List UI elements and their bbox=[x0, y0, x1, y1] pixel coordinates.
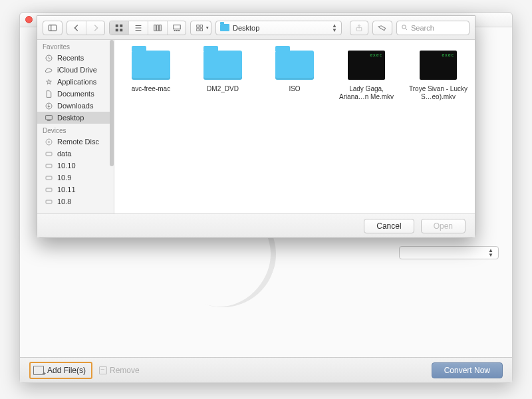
open-file-dialog: ▾ Desktop ▲▼ Search Favorites Recents bbox=[37, 15, 475, 238]
cancel-button[interactable]: Cancel bbox=[364, 219, 414, 233]
add-files-label: Add File(s) bbox=[47, 366, 86, 375]
view-columns-button[interactable] bbox=[148, 21, 168, 35]
file-label: DM2_DVD bbox=[193, 85, 253, 93]
sidebar-item-recents[interactable]: Recents bbox=[37, 52, 114, 64]
close-window-button[interactable] bbox=[25, 16, 33, 23]
sidebar-item-data[interactable]: data bbox=[37, 148, 114, 160]
remove-label: Remove bbox=[110, 366, 140, 375]
svg-rect-35 bbox=[46, 200, 52, 203]
sidebar-item-label: 10.8 bbox=[57, 198, 71, 205]
folder-icon bbox=[132, 51, 170, 80]
svg-rect-33 bbox=[46, 176, 52, 180]
remove-button[interactable]: Remove bbox=[99, 366, 140, 375]
downloads-icon bbox=[44, 102, 53, 110]
document-icon bbox=[44, 90, 53, 98]
svg-rect-4 bbox=[116, 29, 118, 31]
svg-rect-14 bbox=[176, 30, 178, 31]
columns-icon bbox=[153, 23, 162, 33]
sidebar-item-volume-1010[interactable]: 10.10 bbox=[37, 160, 114, 172]
svg-line-23 bbox=[406, 29, 407, 30]
svg-rect-17 bbox=[197, 28, 200, 31]
file-label: Lady Gaga, Ariana…n Me.mkv bbox=[336, 85, 396, 101]
sidebar-item-label: Documents bbox=[57, 90, 94, 98]
open-button[interactable]: Open bbox=[421, 219, 466, 233]
add-file-icon bbox=[33, 366, 44, 375]
svg-point-30 bbox=[48, 141, 49, 142]
sidebar-item-documents[interactable]: Documents bbox=[37, 88, 114, 100]
add-files-button[interactable]: Add File(s) bbox=[29, 362, 92, 379]
sidebar-item-volume-108[interactable]: 10.8 bbox=[37, 196, 114, 207]
tags-button[interactable] bbox=[372, 21, 392, 35]
svg-rect-16 bbox=[197, 25, 200, 27]
sidebar-item-label: iCloud Drive bbox=[57, 66, 97, 74]
file-label: Troye Sivan - Lucky S…eo).mkv bbox=[408, 85, 468, 101]
drive-icon bbox=[44, 162, 53, 170]
video-thumbnail: exec bbox=[420, 51, 457, 80]
file-label: avc-free-mac bbox=[121, 85, 181, 93]
output-format-selector[interactable]: ▲▼ bbox=[399, 246, 499, 259]
grid-icon bbox=[114, 23, 124, 33]
share-button[interactable] bbox=[350, 21, 368, 35]
file-item[interactable]: ISO bbox=[265, 48, 325, 93]
sidebar-item-label: Recents bbox=[57, 54, 84, 62]
drive-icon bbox=[44, 198, 53, 205]
scrollbar[interactable] bbox=[110, 40, 114, 166]
chevron-down-icon: ▾ bbox=[206, 25, 209, 31]
gallery-icon bbox=[172, 23, 182, 33]
sidebar-item-icloud[interactable]: iCloud Drive bbox=[37, 64, 114, 76]
svg-rect-9 bbox=[154, 25, 156, 31]
search-placeholder: Search bbox=[411, 24, 434, 32]
view-list-button[interactable] bbox=[129, 21, 148, 35]
view-mode-segment bbox=[109, 21, 186, 35]
sidebar-toggle-button[interactable] bbox=[43, 21, 63, 35]
svg-rect-2 bbox=[116, 24, 118, 27]
sidebar-icon bbox=[48, 23, 57, 33]
finder-sidebar: Favorites Recents iCloud Drive Applicati… bbox=[37, 40, 114, 213]
forward-button[interactable] bbox=[86, 21, 105, 35]
file-label: ISO bbox=[265, 85, 325, 93]
svg-rect-19 bbox=[200, 28, 203, 31]
svg-rect-3 bbox=[120, 24, 123, 27]
back-button[interactable] bbox=[67, 21, 86, 35]
up-down-icon: ▲▼ bbox=[332, 23, 337, 33]
file-item[interactable]: DM2_DVD bbox=[193, 48, 253, 93]
sidebar-item-desktop[interactable]: Desktop bbox=[37, 112, 114, 124]
sidebar-item-label: 10.11 bbox=[57, 186, 76, 194]
svg-point-29 bbox=[46, 139, 52, 145]
location-label: Desktop bbox=[233, 24, 259, 32]
share-icon bbox=[355, 24, 363, 32]
file-item[interactable]: exec Troye Sivan - Lucky S…eo).mkv bbox=[408, 48, 468, 101]
drive-icon bbox=[44, 174, 53, 182]
svg-rect-0 bbox=[49, 25, 56, 31]
svg-rect-12 bbox=[174, 25, 181, 29]
sidebar-item-label: 10.10 bbox=[57, 162, 76, 170]
list-icon bbox=[134, 23, 143, 33]
group-by-button[interactable]: ▾ bbox=[190, 21, 211, 35]
sidebar-item-label: Remote Disc bbox=[57, 138, 99, 146]
sidebar-item-applications[interactable]: Applications bbox=[37, 76, 114, 88]
file-item[interactable]: exec Lady Gaga, Ariana…n Me.mkv bbox=[336, 48, 396, 101]
sidebar-item-downloads[interactable]: Downloads bbox=[37, 100, 114, 112]
svg-rect-15 bbox=[178, 30, 180, 31]
sidebar-item-remote-disc[interactable]: Remote Disc bbox=[37, 136, 114, 148]
dialog-footer: Cancel Open bbox=[37, 213, 475, 237]
view-gallery-button[interactable] bbox=[168, 21, 186, 35]
svg-rect-13 bbox=[174, 30, 176, 31]
view-icons-button[interactable] bbox=[110, 21, 129, 35]
chevron-left-icon bbox=[72, 23, 81, 33]
svg-rect-31 bbox=[46, 152, 52, 156]
svg-rect-5 bbox=[120, 29, 123, 31]
remove-icon bbox=[99, 366, 107, 374]
sidebar-item-label: Downloads bbox=[57, 102, 93, 110]
convert-now-button[interactable]: Convert Now bbox=[432, 362, 503, 378]
drive-icon bbox=[44, 150, 53, 158]
sidebar-item-volume-1011[interactable]: 10.11 bbox=[37, 184, 114, 196]
sidebar-item-volume-109[interactable]: 10.9 bbox=[37, 172, 114, 184]
search-input[interactable]: Search bbox=[396, 21, 469, 35]
cloud-icon bbox=[44, 66, 53, 74]
location-popup[interactable]: Desktop ▲▼ bbox=[215, 21, 342, 35]
svg-rect-27 bbox=[45, 115, 52, 120]
folder-icon bbox=[275, 51, 314, 80]
app-bottom-toolbar: Add File(s) Remove Convert Now bbox=[20, 357, 512, 382]
file-item[interactable]: avc-free-mac bbox=[121, 48, 181, 93]
